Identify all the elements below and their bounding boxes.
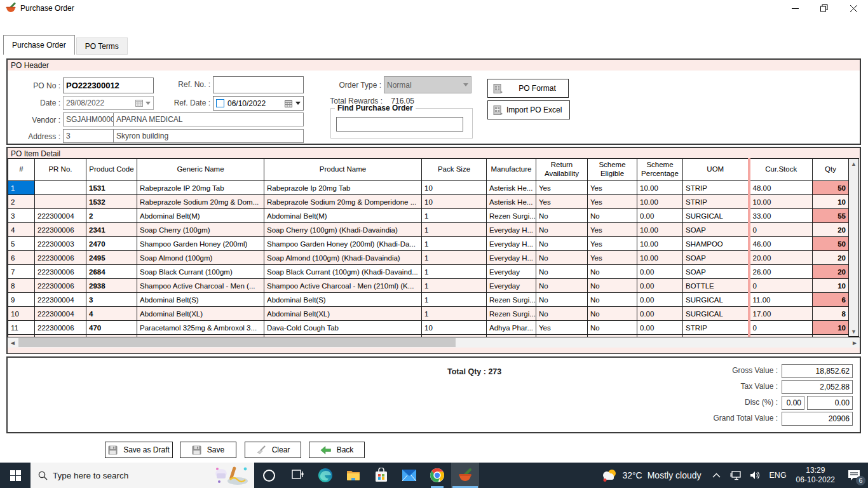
cell-pr-no[interactable] — [35, 181, 86, 195]
cell-pr-no[interactable]: 222300006 — [35, 223, 86, 237]
cortana-button[interactable] — [254, 463, 283, 488]
cell-return-availability[interactable]: No — [536, 307, 588, 321]
calendar-icon[interactable] — [135, 99, 143, 107]
cell-scheme-percentage[interactable]: 0.00 — [637, 265, 683, 279]
scroll-up-arrow[interactable]: ▲ — [849, 159, 858, 168]
grand-total-field[interactable]: 20906 — [782, 412, 853, 426]
cell-num[interactable]: 1 — [8, 181, 35, 195]
minimize-button[interactable] — [780, 0, 810, 17]
taskbar-chrome[interactable] — [423, 463, 451, 488]
cell-scheme-percentage[interactable]: 0.00 — [637, 293, 683, 307]
cell-product-code[interactable]: 2470 — [86, 237, 137, 251]
cell-qty[interactable]: 6 — [813, 293, 849, 307]
cell-scheme-eligible[interactable]: No — [588, 209, 637, 223]
cell-cur-stock[interactable]: 48.00 — [749, 181, 813, 195]
po-format-button[interactable]: PO Format — [487, 79, 569, 98]
col-header-scheme-eligible[interactable]: Scheme Eligible — [588, 159, 637, 181]
cell-product-name[interactable]: Shampoo Garden Honey (200ml) (Khadi-Da..… — [264, 237, 422, 251]
disc-value-field[interactable]: 0.00 — [807, 396, 853, 410]
cell-pack-size[interactable]: 1 — [422, 223, 487, 237]
tab-po-terms[interactable]: PO Terms — [76, 37, 128, 55]
cell-qty[interactable]: 20 — [813, 223, 849, 237]
col-header-qty[interactable]: Qty — [813, 159, 849, 181]
scroll-right-arrow[interactable]: ► — [850, 337, 860, 348]
cell-product-code[interactable]: 2495 — [86, 251, 137, 265]
cell-generic-name[interactable]: Soap Almond (100gm) — [137, 251, 264, 265]
cell-scheme-percentage[interactable]: 10.00 — [637, 181, 683, 195]
col-header-return-availability[interactable]: Return Availability — [536, 159, 588, 181]
col-header-generic-name[interactable]: Generic Name — [137, 159, 264, 181]
cell-num[interactable]: 9 — [8, 293, 35, 307]
cell-generic-name[interactable]: Rabeprazole Sodium 20mg & Dom... — [137, 195, 264, 209]
cell-manufacture[interactable]: Adhya Phar... — [487, 321, 536, 335]
taskbar-edge[interactable] — [311, 463, 339, 488]
cell-num[interactable]: 2 — [8, 195, 35, 209]
cell-product-name[interactable]: Soap Black Currant (100gm) (Khadi-Davain… — [264, 265, 422, 279]
cell-manufacture[interactable]: Asterisk He... — [487, 181, 536, 195]
cell-return-availability[interactable]: Yes — [536, 181, 588, 195]
cell-cur-stock[interactable]: 26.00 — [749, 265, 813, 279]
scroll-down-arrow[interactable]: ▼ — [849, 327, 858, 336]
disc-percent-field[interactable]: 0.00 — [782, 396, 804, 410]
cell-generic-name[interactable]: Shampoo Garden Honey (200ml) — [137, 237, 264, 251]
cell-pack-size[interactable]: 1 — [422, 237, 487, 251]
cell-scheme-percentage[interactable]: 10.00 — [637, 223, 683, 237]
notification-center-button[interactable]: 6 — [840, 463, 868, 488]
tray-chevron[interactable] — [708, 463, 725, 488]
cell-product-code[interactable]: 3 — [86, 293, 137, 307]
cell-scheme-eligible[interactable]: No — [588, 279, 637, 293]
cell-qty[interactable]: 20 — [813, 265, 849, 279]
cell-product-name[interactable]: Abdominal Belt(XL) — [264, 307, 422, 321]
cell-product-name[interactable]: Dava-Cold Cough Tab — [264, 321, 422, 335]
cell-uom[interactable]: STRIP — [683, 195, 749, 209]
col-header-product-name[interactable]: Product Name — [264, 159, 422, 181]
cell-num[interactable]: 11 — [8, 321, 35, 335]
cell-scheme-percentage[interactable]: 0.00 — [637, 209, 683, 223]
cell-uom[interactable]: SOAP — [683, 223, 749, 237]
cell-pack-size[interactable]: 1 — [422, 307, 487, 321]
cell-generic-name[interactable]: Abdominal Belt(M) — [137, 209, 264, 223]
clear-button[interactable]: Clear — [245, 442, 301, 458]
cell-qty[interactable]: 55 — [813, 209, 849, 223]
cell-product-name[interactable]: Abdominal Belt(M) — [264, 209, 422, 223]
taskbar-active-app[interactable] — [451, 463, 479, 488]
cell-product-code[interactable]: 1531 — [86, 181, 137, 195]
cell-pr-no[interactable]: 222300004 — [35, 293, 86, 307]
cell-qty[interactable]: 10 — [813, 321, 849, 335]
cell-scheme-eligible[interactable]: No — [588, 293, 637, 307]
cell-cur-stock[interactable]: 0 — [749, 223, 813, 237]
col-header-product-code[interactable]: Product Code — [86, 159, 137, 181]
cell-qty[interactable]: 50 — [813, 237, 849, 251]
cell-qty[interactable]: 10 — [813, 279, 849, 293]
tab-purchase-order[interactable]: Purchase Order — [3, 35, 75, 55]
cell-generic-name[interactable]: Abdominal Belt(XL) — [137, 307, 264, 321]
cell-pr-no[interactable]: 222300006 — [35, 321, 86, 335]
cell-scheme-eligible[interactable]: Yes — [588, 181, 637, 195]
cell-num[interactable]: 7 — [8, 265, 35, 279]
cell-cur-stock[interactable]: 10.00 — [749, 195, 813, 209]
cell-product-name[interactable]: Abdominal Belt(S) — [264, 293, 422, 307]
cell-uom[interactable]: SOAP — [683, 251, 749, 265]
cell-product-code[interactable]: 470 — [86, 321, 137, 335]
cell-scheme-eligible[interactable]: Yes — [588, 237, 637, 251]
back-button[interactable]: Back — [309, 442, 365, 458]
cell-qty[interactable]: 10 — [813, 195, 849, 209]
task-view-button[interactable] — [283, 463, 311, 488]
cell-qty[interactable]: 20 — [813, 251, 849, 265]
cell-pr-no[interactable]: 222300006 — [35, 265, 86, 279]
cell-uom[interactable]: SURGICAL — [683, 293, 749, 307]
cell-num[interactable]: 6 — [8, 251, 35, 265]
ref-date-field[interactable]: 06/10/2022 — [213, 96, 304, 111]
col-header-manufacture[interactable]: Manufacture — [487, 159, 536, 181]
cell-pack-size[interactable]: 1 — [422, 279, 487, 293]
cell-generic-name[interactable]: Abdominal Belt(S) — [137, 293, 264, 307]
taskbar-search[interactable] — [31, 463, 254, 488]
cell-manufacture[interactable]: Everyday H... — [487, 251, 536, 265]
cell-uom[interactable]: SURGICAL — [683, 209, 749, 223]
cell-manufacture[interactable]: Rezen Surgi... — [487, 307, 536, 321]
cell-product-code[interactable]: 2 — [86, 209, 137, 223]
cell-pack-size[interactable]: 1 — [422, 209, 487, 223]
cell-num[interactable]: 8 — [8, 279, 35, 293]
taskbar-clock[interactable]: 13:29 06-10-2022 — [791, 463, 840, 488]
cell-return-availability[interactable]: No — [536, 265, 588, 279]
